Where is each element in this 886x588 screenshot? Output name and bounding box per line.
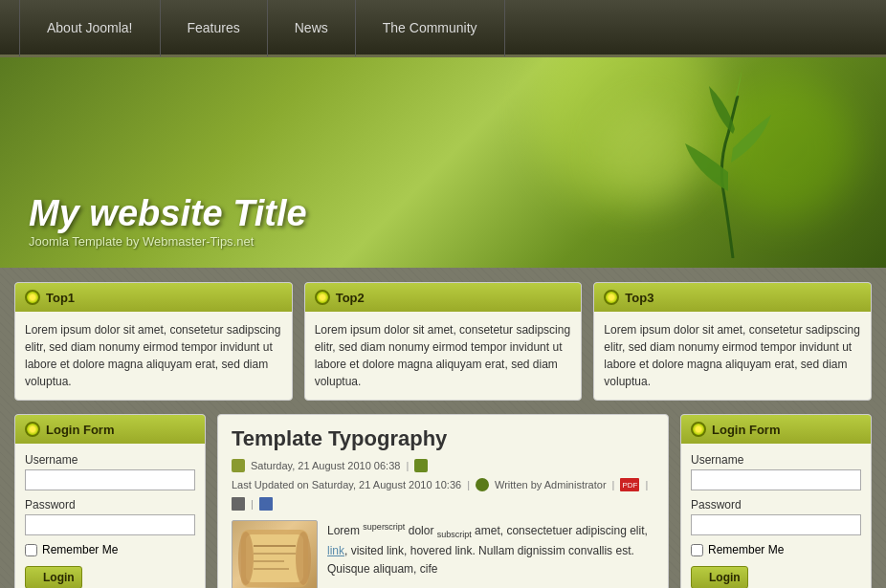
article-text: Lorem superscript dolor subscript amet, … bbox=[327, 520, 654, 588]
remember-label-right: Remember Me bbox=[708, 543, 784, 556]
meta-sep-5: | bbox=[251, 498, 254, 510]
meta-sep-3: | bbox=[612, 479, 615, 490]
banner-text-container: My website Title Joomla Template by Webm… bbox=[29, 193, 307, 249]
nav-community[interactable]: The Community bbox=[356, 0, 505, 56]
article-link[interactable]: link bbox=[327, 544, 344, 557]
article-meta: Saturday, 21 August 2010 06:38 | Last Up… bbox=[232, 459, 654, 511]
print-icon bbox=[232, 497, 245, 511]
top-module-3-body: Lorem ipsum dolor sit amet, consetetur s… bbox=[594, 312, 871, 400]
username-label-left: Username bbox=[25, 453, 195, 467]
remember-checkbox-right[interactable] bbox=[691, 544, 703, 556]
top-module-2: Top2 Lorem ipsum dolor sit amet, consete… bbox=[304, 282, 583, 401]
meta-sep-4: | bbox=[645, 479, 648, 490]
top-module-3: Top3 Lorem ipsum dolor sit amet, consete… bbox=[593, 282, 872, 401]
password-label-right: Password bbox=[691, 498, 861, 512]
article-module: Template Typography Saturday, 21 August … bbox=[217, 414, 669, 588]
article-updated: Last Updated on Saturday, 21 August 2010… bbox=[232, 479, 461, 490]
superscript-text: superscript bbox=[363, 522, 405, 532]
site-title: My website Title bbox=[29, 193, 307, 234]
remember-checkbox-left[interactable] bbox=[25, 544, 37, 556]
navbar: About Joomla! Features News The Communit… bbox=[0, 0, 886, 57]
article-thumbnail bbox=[232, 520, 318, 588]
username-input-right[interactable] bbox=[691, 469, 861, 490]
subscript-text: subscript bbox=[437, 530, 472, 539]
gear-icon-login-right bbox=[691, 422, 706, 437]
meta-sep-1: | bbox=[406, 460, 409, 471]
top-module-1-body: Lorem ipsum dolor sit amet, consetetur s… bbox=[15, 312, 292, 400]
article-title: Template Typography bbox=[232, 426, 654, 451]
login-module-left-header: Login Form bbox=[15, 415, 205, 444]
svg-point-6 bbox=[238, 532, 254, 585]
username-label-right: Username bbox=[691, 453, 861, 467]
remember-row-right: Remember Me bbox=[691, 543, 861, 556]
nav-news[interactable]: News bbox=[268, 0, 356, 56]
gear-icon-2 bbox=[315, 290, 330, 305]
bottom-row: Login Form Username Password Remember Me… bbox=[14, 414, 872, 588]
login-form-right-body: Username Password Remember Me Login bbox=[681, 444, 871, 588]
top-module-2-title: Top2 bbox=[336, 291, 365, 305]
top-modules-row: Top1 Lorem ipsum dolor sit amet, consete… bbox=[14, 282, 872, 401]
email-icon bbox=[259, 497, 273, 511]
password-label-left: Password bbox=[25, 498, 195, 512]
top-module-1: Top1 Lorem ipsum dolor sit amet, consete… bbox=[14, 282, 293, 401]
article-body-end2: , visited link, hovered link. Nullam dig… bbox=[327, 544, 634, 576]
login-button-left[interactable]: Login bbox=[25, 566, 82, 588]
nav-features[interactable]: Features bbox=[161, 0, 268, 56]
article-date: Saturday, 21 August 2010 06:38 bbox=[251, 460, 400, 471]
calendar-icon bbox=[232, 459, 245, 472]
article-body: Lorem superscript dolor subscript amet, … bbox=[232, 520, 654, 588]
gear-icon-1 bbox=[25, 290, 40, 305]
login-module-left: Login Form Username Password Remember Me… bbox=[14, 414, 206, 588]
pdf-icon: PDF bbox=[620, 478, 639, 491]
password-input-right[interactable] bbox=[691, 514, 861, 535]
meta-sep-2: | bbox=[467, 479, 470, 490]
gear-icon-login-left bbox=[25, 422, 40, 437]
top-module-1-header: Top1 bbox=[15, 283, 292, 312]
article-body-start: Lorem bbox=[327, 524, 363, 537]
login-module-right-title: Login Form bbox=[712, 423, 781, 437]
login-form-left-body: Username Password Remember Me Login bbox=[15, 444, 205, 588]
plant-illustration bbox=[676, 67, 790, 258]
svg-point-7 bbox=[296, 532, 311, 585]
article-body-mid: dolor bbox=[405, 524, 436, 537]
username-input-left[interactable] bbox=[25, 469, 195, 490]
login-button-right[interactable]: Login bbox=[691, 566, 748, 588]
site-subtitle: Joomla Template by Webmaster-Tips.net bbox=[29, 234, 307, 249]
nav-about[interactable]: About Joomla! bbox=[19, 0, 161, 56]
header-banner: My website Title Joomla Template by Webm… bbox=[0, 57, 886, 268]
main-content: Top1 Lorem ipsum dolor sit amet, consete… bbox=[0, 268, 886, 588]
top-module-1-title: Top1 bbox=[46, 291, 75, 305]
author-icon bbox=[476, 478, 489, 491]
top-module-2-body: Lorem ipsum dolor sit amet, consetetur s… bbox=[305, 312, 582, 400]
top-module-3-title: Top3 bbox=[625, 291, 653, 305]
article-body-end: amet, consectetuer adipiscing elit, bbox=[472, 524, 648, 537]
top-module-2-header: Top2 bbox=[305, 283, 582, 312]
gear-icon-3 bbox=[604, 290, 619, 305]
svg-rect-1 bbox=[246, 534, 303, 582]
login-module-right: Login Form Username Password Remember Me… bbox=[680, 414, 872, 588]
remember-row-left: Remember Me bbox=[25, 543, 195, 556]
remember-label-left: Remember Me bbox=[42, 543, 118, 556]
login-module-left-title: Login Form bbox=[46, 423, 115, 437]
update-icon bbox=[414, 459, 428, 472]
top-module-3-header: Top3 bbox=[594, 283, 871, 312]
password-input-left[interactable] bbox=[25, 514, 195, 535]
login-module-right-header: Login Form bbox=[681, 415, 871, 444]
article-author: Written by Administrator bbox=[495, 479, 607, 490]
